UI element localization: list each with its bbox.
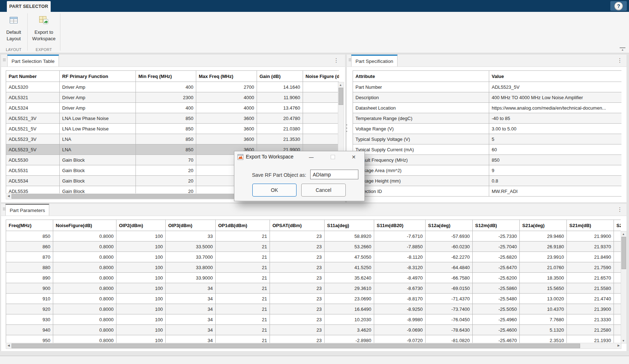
table-cell[interactable]: 4.8 xyxy=(303,92,339,103)
table-cell[interactable]: -78.6430 xyxy=(426,325,473,335)
table-row[interactable]: 8700.800010033.7000212347.5050-8.1120-62… xyxy=(6,252,621,262)
kebab-menu-icon[interactable]: ⋮ xyxy=(617,206,622,213)
table-cell[interactable]: -40 to 85 xyxy=(489,113,622,124)
table-cell[interactable]: 14.1640 xyxy=(257,82,303,92)
column-header[interactable]: Part Number xyxy=(6,71,60,82)
table-cell[interactable]: 0.8 xyxy=(489,176,622,186)
scroll-up-icon[interactable]: ▲ xyxy=(621,231,626,236)
table-cell[interactable]: 23 xyxy=(270,273,325,283)
table-cell[interactable]: -25.7040 xyxy=(473,241,520,252)
table-cell[interactable]: 34 xyxy=(166,335,216,343)
table-cell[interactable]: -8.6730 xyxy=(374,283,426,294)
table-row[interactable]: ADL5320Driver Amp400270014.16404.4000 xyxy=(6,82,339,92)
table-cell[interactable]: 21.3330 xyxy=(567,314,614,325)
table-cell[interactable]: 23 xyxy=(270,262,325,273)
column-header[interactable]: OPSAT(dBm) xyxy=(270,220,325,231)
table-cell[interactable]: Temperature Range (degC) xyxy=(353,113,489,124)
table-cell[interactable]: 29.9460 xyxy=(520,231,567,241)
table-cell[interactable]: 21.5580 xyxy=(567,283,614,294)
table-cell[interactable]: 860 xyxy=(6,241,53,252)
table-cell[interactable]: LNA xyxy=(60,134,136,144)
column-header[interactable]: RF Primary Function xyxy=(60,71,136,82)
table-cell[interactable]: Driver Amp xyxy=(60,103,136,113)
table-cell[interactable]: 100 xyxy=(116,231,166,241)
table-cell[interactable]: 174.9570 xyxy=(614,241,621,252)
table-cell[interactable]: Gain Block xyxy=(60,165,136,176)
table-row[interactable]: 9000.800010034212329.3610-8.6730-69.0150… xyxy=(6,283,621,294)
table-cell[interactable]: 100 xyxy=(116,314,166,325)
table-cell[interactable]: 20 xyxy=(136,186,196,194)
table-cell[interactable]: 100 xyxy=(116,252,166,262)
table-cell[interactable]: 70 xyxy=(136,155,196,165)
table-cell[interactable]: 4.4000 xyxy=(303,82,339,92)
table-cell[interactable]: 3600 xyxy=(196,134,257,144)
column-header[interactable]: S11a(deg) xyxy=(325,220,374,231)
table-cell[interactable]: -25.7330 xyxy=(473,231,520,241)
table-cell[interactable]: 168.4870 xyxy=(614,273,621,283)
table-cell[interactable]: 3600 xyxy=(196,124,257,134)
table-row[interactable]: Description400 MHz TO 4000 MHz Low Noise… xyxy=(353,92,622,103)
table-cell[interactable]: ADL5321 xyxy=(6,92,60,103)
table-cell[interactable]: 21.9370 xyxy=(567,241,614,252)
table-cell[interactable]: LNA Low Phase Noise xyxy=(60,113,136,124)
table-cell[interactable]: 21 xyxy=(216,335,270,343)
table-cell[interactable]: 21.1930 xyxy=(567,335,614,343)
table-cell[interactable]: 23 xyxy=(270,314,325,325)
table-cell[interactable]: -25.4960 xyxy=(473,314,520,325)
scroll-up-icon[interactable]: ▲ xyxy=(338,82,343,87)
column-header[interactable]: S21m(dB) xyxy=(567,220,614,231)
table-cell[interactable]: -60.0230 xyxy=(426,241,473,252)
table-cell[interactable]: 930 xyxy=(6,314,53,325)
table-cell[interactable]: 100 xyxy=(116,283,166,294)
table-cell[interactable]: -25.6470 xyxy=(473,262,520,273)
table-cell[interactable]: 33.7000 xyxy=(166,252,216,262)
table-row[interactable]: Package Area (mm^2)9 xyxy=(353,165,622,176)
table-cell[interactable]: -8.3120 xyxy=(374,262,426,273)
table-cell[interactable]: 21 xyxy=(216,273,270,283)
table-cell[interactable]: -62.2270 xyxy=(426,252,473,262)
table-cell[interactable]: 21.9900 xyxy=(567,231,614,241)
ok-button[interactable]: OK xyxy=(252,184,297,197)
variable-name-input[interactable] xyxy=(310,170,358,179)
table-cell[interactable]: 4000 xyxy=(196,92,257,103)
table-cell[interactable]: 53.2660 xyxy=(325,241,374,252)
column-header[interactable]: OIP2(dBm) xyxy=(116,220,166,231)
table-row[interactable]: Temperature Range (degC)-40 to 85 xyxy=(353,113,622,124)
table-cell[interactable]: 10.4370 xyxy=(520,304,567,314)
column-header[interactable]: S12a(deg) xyxy=(426,220,473,231)
table-cell[interactable]: 2700 xyxy=(196,82,257,92)
table-cell[interactable]: 400 xyxy=(136,103,196,113)
table-row[interactable]: 8800.800010033.8000212341.5250-8.3120-64… xyxy=(6,262,621,273)
table-cell[interactable]: 0.8000 xyxy=(53,283,116,294)
table-cell[interactable]: 3.00 to 5.00 xyxy=(489,124,622,134)
table-row[interactable]: ADL5521_5VLNA Low Phase Noise850360021.0… xyxy=(6,124,339,134)
table-cell[interactable]: -9.0690 xyxy=(374,325,426,335)
table-row[interactable]: 9300.800010034212310.2030-8.9980-76.0450… xyxy=(6,314,621,325)
default-layout-button[interactable]: Default Layout xyxy=(2,15,25,42)
table-cell[interactable]: ADL5531 xyxy=(6,165,60,176)
table-cell[interactable]: 21 xyxy=(216,231,270,241)
table-cell[interactable]: 15.5650 xyxy=(520,283,567,294)
table-cell[interactable]: 23.0690 xyxy=(325,294,374,304)
table-cell[interactable]: 20.4780 xyxy=(257,113,303,124)
table-cell[interactable]: -8.4970 xyxy=(374,273,426,283)
table-cell[interactable]: 100 xyxy=(116,273,166,283)
table-cell[interactable]: 41.5250 xyxy=(325,262,374,273)
table-cell[interactable]: 33.9000 xyxy=(166,273,216,283)
table-cell[interactable]: 21 xyxy=(216,325,270,335)
scroll-left-icon[interactable]: ◀ xyxy=(6,343,11,348)
table-row[interactable]: Part NumberADL5523_5V xyxy=(353,82,622,92)
table-cell[interactable]: 34 xyxy=(166,314,216,325)
table-cell[interactable]: MW.RF_ADI xyxy=(489,186,622,197)
table-cell[interactable]: Collection ID xyxy=(353,186,489,197)
table-row[interactable]: 9500.8000100342123-2.8980-9.0720-81.0820… xyxy=(6,335,621,343)
table-cell[interactable]: ADL5534 xyxy=(6,176,60,186)
table-cell[interactable]: 21.8490 xyxy=(567,252,614,262)
table-row[interactable]: Package Height (mm)0.8 xyxy=(353,176,622,186)
scrollbar-thumb[interactable] xyxy=(12,194,235,199)
table-cell[interactable]: 5.1320 xyxy=(520,325,567,335)
table-row[interactable]: 9400.80001003421233.4620-9.0690-78.6430-… xyxy=(6,325,621,335)
table-cell[interactable]: -8.9980 xyxy=(374,314,426,325)
table-cell[interactable]: 21.0380 xyxy=(257,124,303,134)
table-cell[interactable]: 100 xyxy=(116,262,166,273)
